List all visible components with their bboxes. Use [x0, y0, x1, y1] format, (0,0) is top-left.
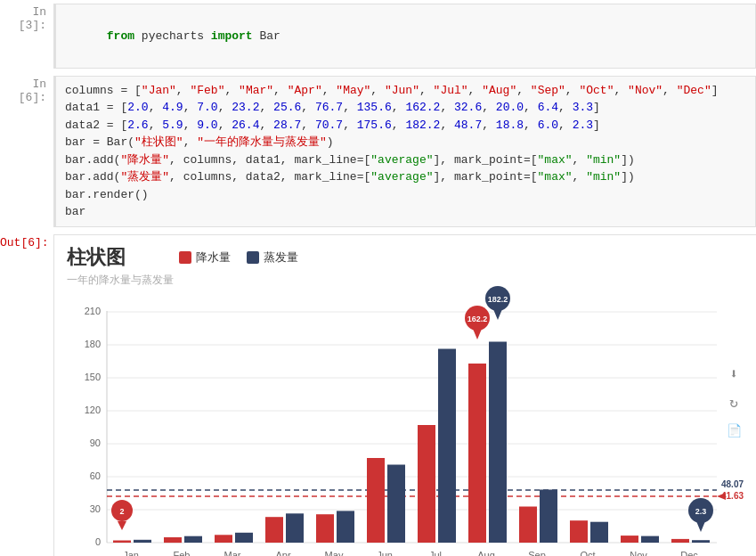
svg-text:210: 210: [85, 306, 101, 316]
svg-text:Nov: Nov: [630, 550, 647, 557]
code-line-1: columns = ["Jan", "Feb", "Mar", "Apr", "…: [65, 82, 746, 100]
bar-nov-rain: [621, 536, 638, 543]
bar-jul-evap: [438, 348, 456, 543]
marker-min-evap: 2.3: [688, 498, 713, 532]
bar-jun-rain: [367, 458, 385, 543]
legend-item-evap: 蒸发量: [247, 249, 298, 266]
svg-text:0: 0: [95, 536, 101, 547]
plain2: Bar: [253, 29, 280, 43]
bar-may-rain: [316, 514, 334, 543]
file-icon[interactable]: 📄: [724, 421, 744, 441]
svg-text:Apr: Apr: [275, 550, 290, 557]
svg-text:Feb: Feb: [174, 550, 191, 557]
refresh-icon[interactable]: ↻: [724, 393, 744, 413]
bar-feb-evap: [184, 536, 202, 542]
code-line-4: bar = Bar("柱状图", "一年的降水量与蒸发量"): [65, 134, 746, 151]
svg-text:120: 120: [85, 405, 101, 415]
chart-subtitle: 一年的降水量与蒸发量: [67, 273, 744, 288]
bar-mar-rain: [215, 535, 232, 543]
bar-aug-rain: [468, 364, 486, 543]
svg-marker-41: [118, 521, 126, 530]
svg-marker-38: [493, 309, 502, 320]
cell-1-label: In [3]:: [0, 4, 53, 32]
bar-sep-evap: [540, 489, 557, 543]
bar-oct-evap: [590, 521, 608, 542]
legend-color-evap: [247, 251, 259, 264]
svg-text:60: 60: [90, 470, 101, 481]
cell-1: In [3]: from pyecharts import Bar: [0, 0, 756, 72]
chart-tools: ⬇ ↻ 📄: [724, 364, 744, 441]
svg-text:182.2: 182.2: [488, 295, 508, 304]
bar-apr-rain: [265, 517, 283, 543]
cell-2-label: In [6]:: [0, 76, 53, 104]
svg-text:Jun: Jun: [377, 550, 393, 557]
bar-jan-evap: [134, 539, 151, 542]
bar-may-evap: [337, 511, 354, 543]
code-line-5: bar.add("降水量", columns, data1, mark_line…: [65, 151, 746, 169]
legend-item-rain: 降水量: [179, 249, 231, 266]
code-line-2: data1 = [2.0, 4.9, 7.0, 23.2, 25.6, 76.7…: [65, 99, 746, 117]
bar-nov-evap: [641, 536, 659, 542]
bar-jan-rain: [113, 540, 131, 543]
svg-marker-44: [696, 521, 705, 532]
bar-jul-rain: [418, 425, 435, 543]
bar-dec-evap: [692, 540, 710, 543]
svg-text:48.07: 48.07: [721, 479, 744, 489]
svg-text:Aug: Aug: [477, 550, 495, 557]
svg-text:2: 2: [119, 507, 124, 516]
bar-aug-evap: [489, 341, 507, 543]
bar-mar-evap: [235, 532, 253, 542]
output-cell: Out[6]: 柱状图 降水量 蒸发量 一年的降水量与蒸发量: [0, 231, 756, 557]
legend-color-rain: [179, 251, 191, 264]
svg-text:Jul: Jul: [429, 550, 442, 557]
code-line-3: data2 = [2.6, 5.9, 9.0, 26.4, 28.7, 70.7…: [65, 117, 746, 135]
chart-svg: 0 30 60 90 120 150 180 210: [67, 293, 744, 557]
kw-import: import: [211, 29, 253, 43]
marker-max-rain: 162.2: [465, 306, 490, 339]
svg-text:30: 30: [90, 503, 101, 514]
code-line-8: bar: [65, 203, 746, 221]
svg-text:Jan: Jan: [123, 550, 139, 557]
output-label: Out[6]:: [0, 234, 53, 249]
cell-2: In [6]: columns = ["Jan", "Feb", "Mar", …: [0, 72, 756, 231]
svg-text:Dec: Dec: [680, 550, 698, 557]
chart-legend: 降水量 蒸发量: [179, 249, 298, 266]
bar-feb-rain: [164, 537, 182, 543]
chart-title: 柱状图: [67, 244, 126, 271]
code-line-6: bar.add("蒸发量", columns, data2, mark_line…: [65, 168, 746, 186]
marker-min-rain: 2: [111, 500, 133, 530]
svg-text:2.3: 2.3: [695, 507, 707, 516]
bar-apr-evap: [286, 513, 304, 543]
legend-label-evap: 蒸发量: [264, 249, 298, 266]
svg-text:150: 150: [85, 372, 101, 382]
code-line: from pyecharts import Bar: [65, 10, 746, 62]
bar-sep-rain: [519, 506, 537, 543]
svg-marker-35: [473, 329, 482, 339]
bar-oct-rain: [570, 520, 588, 543]
cell-2-content[interactable]: columns = ["Jan", "Feb", "Mar", "Apr", "…: [53, 76, 756, 227]
svg-text:Sep: Sep: [528, 550, 546, 557]
svg-text:May: May: [325, 550, 344, 557]
download-icon[interactable]: ⬇: [724, 364, 744, 384]
bar-dec-rain: [671, 538, 689, 542]
code-line-7: bar.render(): [65, 186, 746, 204]
plain: pyecharts: [134, 29, 211, 43]
svg-text:Oct: Oct: [580, 550, 595, 557]
kw-from: from: [107, 29, 134, 43]
svg-text:Mar: Mar: [224, 550, 241, 557]
bar-jun-evap: [387, 464, 405, 543]
cell-1-content[interactable]: from pyecharts import Bar: [53, 4, 756, 69]
svg-text:162.2: 162.2: [467, 315, 488, 323]
svg-text:90: 90: [90, 437, 101, 448]
svg-text:180: 180: [85, 339, 101, 349]
legend-label-rain: 降水量: [196, 249, 231, 266]
